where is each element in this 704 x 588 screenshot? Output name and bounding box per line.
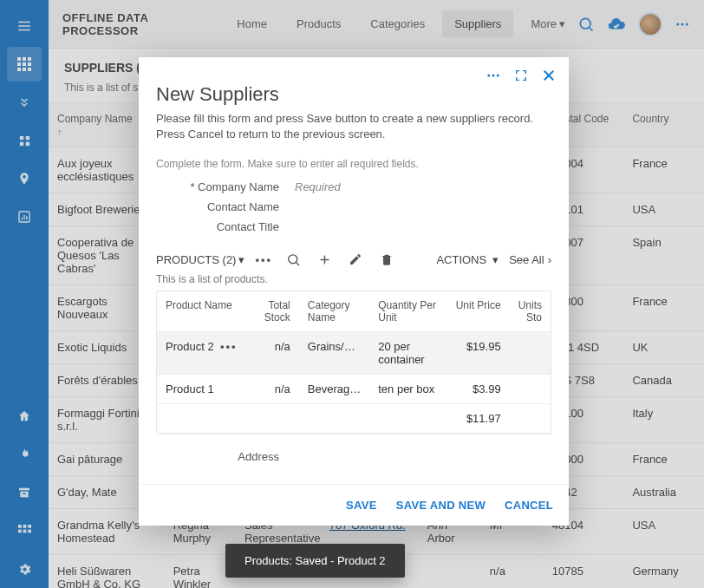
modal-hint: Complete the form. Make sure to enter al… <box>156 158 551 170</box>
svg-point-35 <box>492 75 495 77</box>
cell-price: $3.99 <box>473 382 501 395</box>
trash-icon[interactable] <box>376 249 397 270</box>
label-contact-title: Contact Title <box>156 220 295 233</box>
pcol-category[interactable]: Category Name <box>299 291 369 332</box>
cell-stock: n/a <box>275 340 290 353</box>
cell-category: Beverag… <box>308 382 361 395</box>
new-supplier-modal: New Suppliers Please fill this form and … <box>139 57 569 526</box>
chevron-down-icon: ▾ <box>492 253 499 266</box>
modal-title: New Suppliers <box>156 85 551 106</box>
plus-icon[interactable] <box>314 249 335 270</box>
close-icon[interactable] <box>539 66 558 85</box>
save-and-new-button[interactable]: SAVE AND NEW <box>396 499 486 512</box>
toast: Products: Saved - Product 2 <box>225 544 405 578</box>
cell-category: Grains/… <box>308 340 355 353</box>
pcol-name[interactable]: Product Name <box>157 291 248 332</box>
see-all-link[interactable]: See All› <box>509 253 551 266</box>
cell-stock: n/a <box>275 382 290 395</box>
table-row-total: $11.97 <box>157 404 551 434</box>
table-row[interactable]: Product 1 n/a Beverag… ten per box $3.99 <box>157 375 551 404</box>
table-row[interactable]: Product 2 ••• n/a Grains/… 20 per contai… <box>157 332 551 375</box>
modal-subtitle: Please fill this form and press Save but… <box>156 111 551 142</box>
svg-line-40 <box>296 263 298 265</box>
input-company-name[interactable]: Required <box>295 180 551 193</box>
svg-point-39 <box>288 255 297 264</box>
pcol-stock[interactable]: Total Stock <box>248 291 299 332</box>
chevron-right-icon: › <box>548 253 551 266</box>
row-actions-icon[interactable]: ••• <box>220 340 238 353</box>
save-button[interactable]: SAVE <box>346 499 377 512</box>
label-address: Address <box>156 450 295 463</box>
cell-name: Product 2 <box>166 340 214 353</box>
svg-point-34 <box>487 75 490 77</box>
pcol-qty[interactable]: Quantity Per Unit <box>369 291 446 332</box>
cell-qty: ten per box <box>378 382 434 395</box>
cell-total: $11.97 <box>466 412 501 425</box>
products-desc: This is a list of products. <box>156 273 551 285</box>
cell-name: Product 1 <box>166 382 214 395</box>
pcol-price[interactable]: Unit Price <box>446 291 509 332</box>
svg-point-36 <box>497 75 499 77</box>
actions-dropdown[interactable]: ACTIONS▾ <box>436 253 499 266</box>
cancel-button[interactable]: CANCEL <box>505 499 553 512</box>
label-contact-name: Contact Name <box>156 200 295 213</box>
cell-qty: 20 per container <box>378 340 424 366</box>
chevron-down-icon: ▾ <box>238 253 244 266</box>
cell-price: $19.95 <box>466 340 501 353</box>
products-section-title[interactable]: PRODUCTS (2)▾ <box>156 253 244 266</box>
more-horizontal-icon[interactable]: ••• <box>255 253 272 266</box>
fullscreen-icon[interactable] <box>512 66 531 85</box>
pencil-icon[interactable] <box>345 249 366 270</box>
label-company-name: * Company Name <box>156 180 295 193</box>
more-horizontal-icon[interactable] <box>484 66 503 85</box>
products-table[interactable]: Product Name Total Stock Category Name Q… <box>156 291 551 434</box>
search-icon[interactable] <box>283 249 303 270</box>
pcol-units[interactable]: Units Sto <box>510 291 551 332</box>
